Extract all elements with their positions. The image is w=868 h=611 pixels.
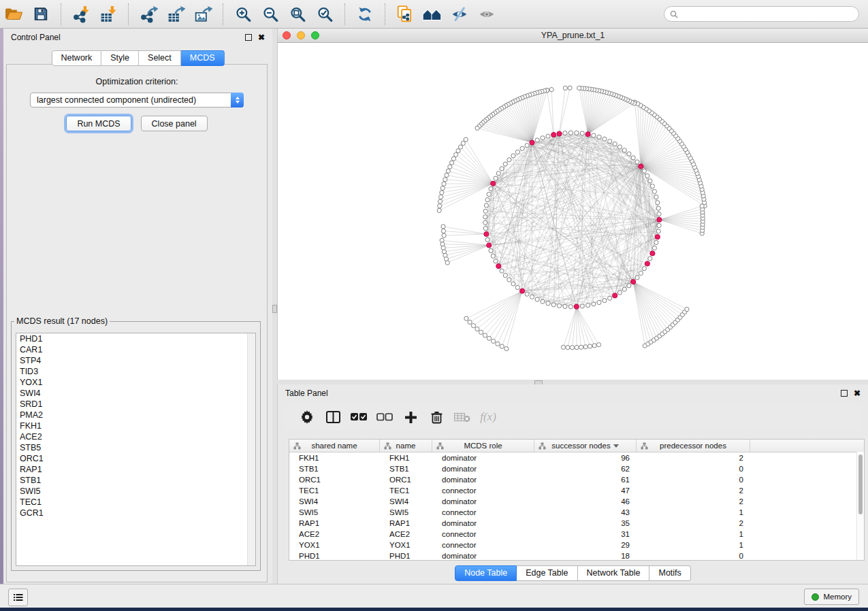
float-window-icon[interactable] — [841, 390, 848, 397]
graph-node[interactable] — [613, 142, 617, 146]
close-panel-icon[interactable]: ✖ — [258, 33, 265, 42]
graph-node[interactable] — [535, 297, 539, 301]
graph-node[interactable] — [583, 345, 588, 349]
table-cell[interactable]: 18 — [534, 552, 637, 560]
graph-node[interactable] — [541, 299, 545, 303]
table-cell[interactable]: dominator — [432, 465, 534, 473]
graph-node[interactable] — [496, 342, 500, 346]
graph-node[interactable] — [579, 345, 583, 349]
graph-node[interactable] — [657, 223, 661, 227]
mcds-result-item[interactable]: ACE2 — [16, 431, 255, 442]
table-cell[interactable]: 96 — [534, 454, 637, 462]
table-cell[interactable]: 1 — [637, 508, 750, 516]
graph-node[interactable] — [448, 165, 452, 169]
graph-node[interactable] — [500, 344, 504, 348]
table-cell[interactable]: RAP1 — [289, 519, 380, 527]
table-cell[interactable]: TEC1 — [380, 486, 432, 495]
graph-node[interactable] — [483, 209, 487, 213]
graph-node[interactable] — [657, 212, 661, 216]
graph-node[interactable] — [451, 156, 455, 161]
graph-node[interactable] — [475, 126, 479, 130]
graph-node[interactable] — [617, 291, 622, 295]
table-cell[interactable]: 31 — [534, 530, 637, 538]
clear-table-icon[interactable] — [449, 407, 475, 427]
graph-node[interactable] — [483, 220, 487, 225]
graph-node[interactable] — [613, 293, 617, 298]
mcds-result-item[interactable]: YOX1 — [16, 377, 255, 388]
graph-node[interactable] — [574, 304, 579, 309]
graph-node[interactable] — [438, 199, 442, 203]
mcds-result-item[interactable]: TID3 — [16, 366, 255, 377]
table-row[interactable]: ORC1ORC1dominator610 — [289, 474, 864, 485]
graph-node[interactable] — [561, 345, 565, 349]
table-cell[interactable]: 35 — [534, 519, 637, 527]
graph-node[interactable] — [546, 301, 550, 306]
graph-node[interactable] — [491, 181, 496, 186]
table-cell[interactable]: 2 — [637, 497, 750, 506]
mcds-result-item[interactable]: PMA2 — [16, 410, 255, 420]
export-table-icon[interactable] — [165, 3, 187, 25]
table-cell[interactable]: STB1 — [380, 465, 432, 473]
table-scrollbar-thumb[interactable] — [858, 455, 863, 514]
mcds-result-item[interactable]: STP4 — [16, 355, 255, 366]
graph-node[interactable] — [597, 135, 601, 139]
mcds-result-item[interactable]: PHD1 — [16, 333, 255, 344]
refresh-icon[interactable] — [354, 3, 376, 25]
mcds-result-item[interactable]: GCR1 — [16, 508, 255, 518]
table-cell[interactable]: SWI4 — [380, 497, 432, 506]
graph-node[interactable] — [652, 189, 656, 193]
graph-node[interactable] — [483, 333, 487, 337]
graph-node[interactable] — [648, 257, 652, 261]
graph-node[interactable] — [656, 201, 660, 205]
mcds-result-item[interactable]: ORC1 — [16, 453, 255, 464]
import-table-icon[interactable] — [97, 3, 119, 25]
graph-node[interactable] — [484, 231, 489, 236]
graph-node[interactable] — [456, 149, 460, 153]
graph-node[interactable] — [645, 261, 649, 266]
graph-node[interactable] — [645, 174, 649, 178]
export-network-icon[interactable] — [138, 3, 159, 25]
graph-node[interactable] — [642, 169, 646, 173]
graph-node[interactable] — [650, 184, 654, 188]
mcds-result-list[interactable]: PHD1CAR1STP4TID3YOX1SWI4SRD1PMA2FKH1ACE2… — [16, 333, 256, 566]
open-folder-icon[interactable] — [3, 3, 25, 25]
graph-node[interactable] — [635, 276, 639, 280]
tab-motifs[interactable]: Motifs — [649, 565, 690, 581]
graph-node[interactable] — [440, 186, 445, 191]
graph-node[interactable] — [507, 158, 511, 162]
graph-node[interactable] — [492, 339, 496, 343]
column-header-shared-name[interactable]: shared name — [289, 440, 380, 452]
graph-node[interactable] — [441, 225, 445, 229]
zoom-out-icon[interactable] — [259, 3, 281, 25]
graph-node[interactable] — [515, 150, 519, 154]
graph-node[interactable] — [475, 327, 479, 331]
table-row[interactable]: YOX1YOX1connector291 — [289, 540, 864, 550]
table-cell[interactable]: connector — [432, 486, 534, 495]
graph-node[interactable] — [622, 287, 626, 291]
table-cell[interactable]: SWI4 — [289, 497, 380, 506]
table-cell[interactable]: ACE2 — [380, 530, 432, 538]
maximize-window-icon[interactable] — [311, 31, 319, 39]
graph-node[interactable] — [568, 305, 573, 309]
graph-node[interactable] — [484, 203, 488, 208]
graph-node[interactable] — [503, 162, 507, 166]
first-neighbors-icon[interactable] — [421, 3, 443, 25]
search-box[interactable] — [664, 6, 859, 22]
table-cell[interactable]: SWI5 — [289, 508, 380, 516]
network-canvas[interactable] — [278, 43, 868, 380]
graph-node[interactable] — [442, 233, 446, 237]
graph-node[interactable] — [491, 254, 495, 258]
table-row[interactable]: SWI4SWI4dominator462 — [289, 496, 864, 507]
table-cell[interactable]: SWI5 — [380, 508, 432, 516]
table-cell[interactable]: 62 — [534, 465, 637, 473]
table-cell[interactable]: 47 — [534, 486, 637, 495]
graph-node[interactable] — [487, 192, 491, 196]
graph-node[interactable] — [494, 176, 498, 180]
graph-node[interactable] — [449, 161, 453, 165]
tab-network-table[interactable]: Network Table — [578, 565, 650, 581]
table-cell[interactable]: 2 — [637, 454, 750, 462]
graph-node[interactable] — [592, 133, 596, 137]
graph-node[interactable] — [535, 138, 539, 142]
graph-node[interactable] — [617, 145, 622, 149]
graph-node[interactable] — [652, 246, 656, 250]
